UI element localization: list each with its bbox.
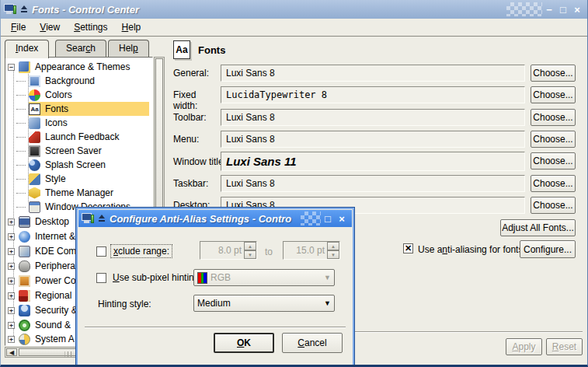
tree-item-background[interactable]: Background bbox=[8, 74, 149, 88]
tree-item-theme-manager[interactable]: Theme Manager bbox=[8, 186, 149, 200]
toolbar-font-sample: Luxi Sans 8 bbox=[221, 109, 525, 126]
tree-item-label: Power Co bbox=[35, 275, 76, 286]
tree-item-label: Background bbox=[45, 75, 95, 86]
maximize-button[interactable]: □ bbox=[556, 2, 570, 16]
configure-antialias-dialog: Configure Anti-Alias Settings - Contro □… bbox=[75, 207, 355, 367]
minimize-button[interactable]: − bbox=[542, 2, 556, 16]
menu-view[interactable]: View bbox=[33, 20, 67, 34]
choose-menu-button[interactable]: Choose... bbox=[531, 131, 576, 148]
exclude-from-spinbox[interactable]: 8.0 pt ▲▼ bbox=[200, 241, 257, 260]
use-antialiasing-label: Use anti-aliasing for fonts bbox=[418, 244, 523, 255]
tree-item-label: Internet & bbox=[35, 231, 75, 242]
main-titlebar[interactable]: Fonts - Control Center − □ × bbox=[1, 0, 587, 19]
dialog-app-icon bbox=[82, 213, 94, 224]
toolbar-label: Toolbar: bbox=[173, 112, 220, 123]
tree-item-label: Appearance & Themes bbox=[35, 61, 130, 72]
tab-index[interactable]: Index bbox=[5, 40, 49, 58]
close-button[interactable]: × bbox=[570, 2, 584, 16]
tree-item-label: Icons bbox=[45, 117, 68, 128]
rgb-stripes-icon bbox=[197, 272, 207, 284]
dialog-separator bbox=[85, 327, 346, 328]
choose-window-title-button[interactable]: Choose... bbox=[531, 152, 576, 170]
tab-search[interactable]: Search bbox=[55, 40, 106, 58]
reset-button[interactable]: Reset bbox=[546, 338, 583, 355]
spin-down-icon[interactable]: ▼ bbox=[327, 250, 339, 259]
tree-item-splash-screen[interactable]: Splash Screen bbox=[8, 158, 149, 172]
tree-item-label: KDE Com bbox=[35, 246, 76, 257]
tree-item-style[interactable]: Style bbox=[8, 172, 149, 186]
fonts-icon: Aa bbox=[29, 103, 40, 115]
fixed-width-label: Fixed width: bbox=[173, 89, 220, 111]
tree-item-label: Periphera bbox=[35, 260, 75, 271]
sound-icon bbox=[19, 320, 30, 331]
menu-file[interactable]: File bbox=[4, 20, 33, 34]
tree-item-label: Splash Screen bbox=[45, 159, 106, 170]
tree-item-fonts[interactable]: AaFonts bbox=[8, 102, 149, 116]
expand-icon[interactable]: + bbox=[8, 292, 15, 299]
icons-icon bbox=[29, 117, 40, 129]
spin-down-icon[interactable]: ▼ bbox=[244, 250, 256, 259]
apply-button[interactable]: Apply bbox=[506, 338, 542, 355]
scroll-left-icon[interactable]: ◀ bbox=[6, 348, 17, 356]
subpixel-hinting-checkbox[interactable] bbox=[96, 273, 106, 283]
dialog-maximize-button[interactable]: □ bbox=[321, 211, 335, 225]
choose-taskbar-button[interactable]: Choose... bbox=[531, 175, 576, 192]
exclude-range-checkbox[interactable] bbox=[96, 246, 106, 257]
expand-icon[interactable]: + bbox=[8, 248, 15, 255]
exclude-to-spinbox[interactable]: 15.0 pt ▲▼ bbox=[283, 241, 340, 260]
window-menu-icon[interactable] bbox=[20, 5, 29, 13]
hinting-style-combobox[interactable]: Medium ▼ bbox=[193, 295, 335, 312]
expand-icon[interactable]: + bbox=[8, 233, 15, 240]
style-icon bbox=[29, 173, 40, 185]
app-icon bbox=[4, 4, 16, 15]
tree-item-icons[interactable]: Icons bbox=[8, 116, 149, 130]
dialog-close-button[interactable]: × bbox=[335, 211, 349, 225]
tree-item-label: Sound & bbox=[35, 320, 71, 330]
tree-item-launch-feedback[interactable]: Launch Feedback bbox=[8, 130, 149, 144]
choose-desktop-button[interactable]: Choose... bbox=[531, 197, 576, 214]
tree-item-label: Style bbox=[45, 173, 66, 184]
cancel-button[interactable]: Cancel bbox=[282, 333, 343, 353]
collapse-icon[interactable]: − bbox=[8, 64, 15, 71]
adjust-all-fonts-button[interactable]: Adjust All Fonts... bbox=[500, 219, 576, 236]
choose-fixed-width-button[interactable]: Choose... bbox=[531, 86, 576, 103]
use-antialiasing-checkbox[interactable]: ✕ bbox=[403, 243, 413, 253]
expand-icon[interactable]: + bbox=[8, 336, 15, 343]
configure-button[interactable]: Configure... bbox=[520, 240, 576, 258]
tree-item-label: Colors bbox=[45, 89, 72, 100]
menubar: File View Settings Help bbox=[1, 19, 587, 37]
screen-saver-icon bbox=[29, 145, 40, 157]
choose-general-button[interactable]: Choose... bbox=[531, 65, 576, 82]
expand-icon[interactable]: + bbox=[8, 263, 15, 270]
splash-screen-icon bbox=[29, 159, 40, 171]
menu-settings[interactable]: Settings bbox=[67, 20, 114, 34]
appearance-themes-icon bbox=[19, 61, 30, 73]
tree-item-label: Screen Saver bbox=[45, 145, 102, 156]
window-title-label: Window title: bbox=[173, 156, 228, 167]
ok-button[interactable]: OK bbox=[214, 333, 274, 353]
dialog-titlebar[interactable]: Configure Anti-Alias Settings - Contro □… bbox=[78, 210, 352, 227]
expand-icon[interactable]: + bbox=[8, 322, 15, 329]
subpixel-order-combobox[interactable]: RGB ▼ bbox=[193, 269, 335, 286]
tree-item-label: System A bbox=[35, 334, 75, 344]
tab-help[interactable]: Help bbox=[108, 40, 149, 58]
regional-icon bbox=[19, 290, 30, 302]
system-administration-icon bbox=[19, 334, 30, 345]
tree-item-label: Regional bbox=[35, 290, 71, 301]
tree-item-appearance-themes[interactable]: − Appearance & Themes bbox=[8, 60, 149, 74]
expand-icon[interactable]: + bbox=[8, 278, 15, 285]
theme-manager-icon bbox=[29, 187, 40, 199]
expand-icon[interactable]: + bbox=[8, 307, 15, 314]
dialog-window-menu-icon[interactable] bbox=[98, 215, 106, 222]
spin-up-icon[interactable]: ▲ bbox=[327, 242, 339, 250]
tree-item-colors[interactable]: Colors bbox=[8, 88, 149, 102]
tree-item-screen-saver[interactable]: Screen Saver bbox=[8, 144, 149, 158]
subpixel-hinting-label: Use sub-pixel hinting: bbox=[113, 272, 202, 283]
choose-toolbar-button[interactable]: Choose... bbox=[531, 109, 576, 126]
dialog-titlebar-pattern bbox=[301, 211, 321, 225]
window-title: Fonts - Control Center bbox=[32, 4, 506, 16]
menu-help[interactable]: Help bbox=[115, 20, 148, 34]
spin-up-icon[interactable]: ▲ bbox=[244, 242, 256, 250]
expand-icon[interactable]: + bbox=[8, 218, 15, 225]
colors-icon bbox=[29, 89, 40, 101]
